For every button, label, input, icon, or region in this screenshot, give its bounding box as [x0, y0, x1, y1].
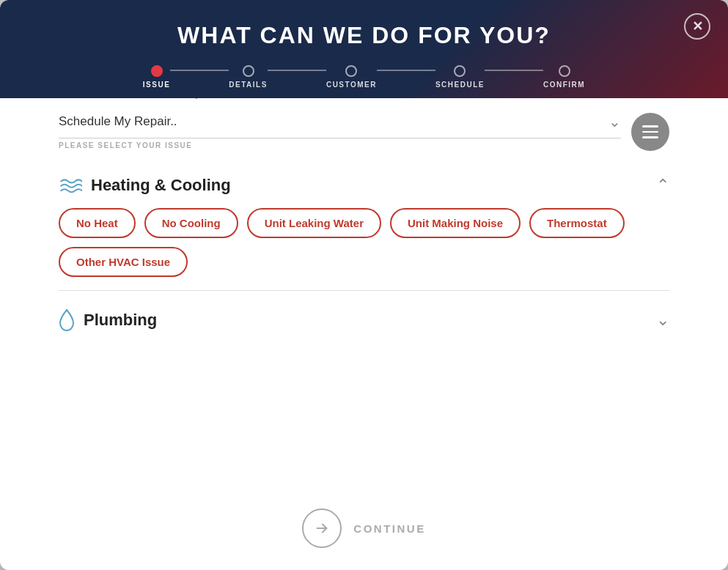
continue-row: CONTINUE [59, 494, 669, 555]
heating-cooling-issues: No Heat No Cooling Unit Leaking Water Un… [59, 208, 669, 277]
dropdown-menu-row: Schedule My Repair.. ⌄ PLEASE SELECT YOU… [59, 113, 669, 163]
please-select-label: PLEASE SELECT YOUR ISSUE [59, 141, 621, 149]
dropdown-label: Schedule My Repair.. [59, 114, 177, 129]
continue-label: CONTINUE [353, 522, 425, 535]
stepper: ISSUE DETAILS CUSTOMER SCHEDULE CONFIRM [143, 65, 585, 89]
step-label-customer: CUSTOMER [326, 81, 377, 89]
close-icon: ✕ [692, 18, 703, 34]
arrow-right-icon [314, 520, 330, 536]
hvac-icon [59, 176, 82, 195]
modal: ✕ WHAT CAN WE DO FOR YOU? ISSUE DETAILS … [0, 0, 728, 570]
issue-unit-leaking-water[interactable]: Unit Leaking Water [247, 208, 381, 238]
menu-line-1 [642, 125, 658, 127]
heating-cooling-title-row: Heating & Cooling [59, 176, 231, 195]
continue-button[interactable] [302, 508, 342, 548]
menu-line-3 [642, 136, 658, 138]
step-confirm: CONFIRM [543, 65, 585, 89]
step-label-issue: ISSUE [143, 81, 171, 89]
step-details: DETAILS [229, 65, 268, 89]
step-dot-issue [151, 65, 163, 77]
menu-button[interactable] [631, 113, 669, 151]
plumbing-title-row: Plumbing [59, 308, 157, 332]
modal-header: ✕ WHAT CAN WE DO FOR YOU? ISSUE DETAILS … [0, 0, 728, 98]
dropdown-chevron-icon: ⌄ [608, 113, 621, 130]
issue-thermostat[interactable]: Thermostat [529, 208, 625, 238]
step-label-confirm: CONFIRM [543, 81, 585, 89]
service-dropdown[interactable]: Schedule My Repair.. ⌄ [59, 113, 621, 138]
step-issue: ISSUE [143, 65, 171, 89]
modal-title: WHAT CAN WE DO FOR YOU? [177, 22, 551, 49]
step-dot-details [243, 65, 254, 77]
stepper-arrow [186, 89, 207, 99]
step-line-3 [377, 70, 435, 71]
step-dot-customer [345, 65, 357, 77]
plumbing-chevron-icon: ⌄ [656, 311, 669, 330]
heating-cooling-section: Heating & Cooling ⌃ No Heat No Cooling U… [59, 166, 669, 291]
menu-line-2 [642, 131, 658, 133]
issue-no-heat[interactable]: No Heat [59, 208, 136, 238]
plumbing-section: Plumbing ⌄ [59, 298, 669, 352]
step-line-4 [485, 70, 543, 71]
plumbing-header[interactable]: Plumbing ⌄ [59, 298, 669, 339]
step-customer: CUSTOMER [326, 65, 377, 89]
issue-no-cooling[interactable]: No Cooling [144, 208, 238, 238]
step-schedule: SCHEDULE [435, 65, 485, 89]
step-dot-schedule [454, 65, 466, 77]
dropdown-wrapper: Schedule My Repair.. ⌄ PLEASE SELECT YOU… [59, 113, 621, 163]
modal-body: Schedule My Repair.. ⌄ PLEASE SELECT YOU… [0, 98, 728, 570]
plumbing-title: Plumbing [84, 311, 157, 330]
step-label-details: DETAILS [229, 81, 268, 89]
step-line-2 [268, 70, 326, 71]
issue-other-hvac[interactable]: Other HVAC Issue [59, 247, 188, 277]
plumbing-icon [59, 308, 75, 332]
close-button[interactable]: ✕ [684, 13, 710, 40]
issue-unit-making-noise[interactable]: Unit Making Noise [390, 208, 521, 238]
step-dot-confirm [559, 65, 570, 77]
heating-cooling-title: Heating & Cooling [91, 176, 231, 195]
stepper-arrow-row [44, 89, 684, 99]
heating-cooling-header[interactable]: Heating & Cooling ⌃ [59, 166, 669, 202]
heating-cooling-chevron-icon: ⌃ [656, 176, 669, 195]
step-line-1 [170, 70, 229, 71]
step-label-schedule: SCHEDULE [435, 81, 485, 89]
